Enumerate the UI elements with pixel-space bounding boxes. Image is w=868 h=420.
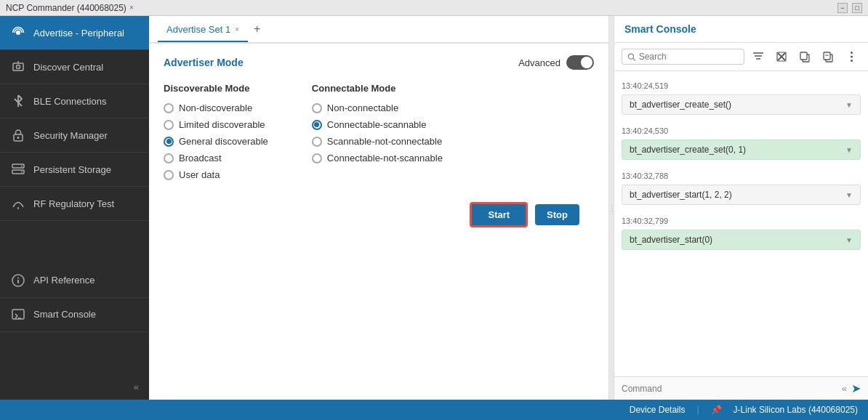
title-close-btn[interactable]: ×	[129, 4, 134, 12]
radio-label-non-connectable: Non-connectable	[327, 102, 398, 113]
radio-scannable-not-connectable[interactable]: Scannable-not-connectable	[312, 136, 443, 147]
tab-advertise-set-1[interactable]: Advertise Set 1 ×	[158, 18, 248, 42]
advanced-toggle-container: Advanced	[518, 55, 594, 70]
sidebar-collapse-btn[interactable]: «	[0, 374, 149, 400]
sidebar-item-discover-central[interactable]: Discover Central	[0, 50, 149, 84]
console-command-2[interactable]: bt_advertiser_create_set(0, 1) ▼	[622, 140, 861, 160]
dropdown-arrow-2[interactable]: ▼	[845, 146, 853, 154]
console-input-row: « ➤	[614, 376, 868, 400]
advanced-toggle[interactable]	[566, 55, 594, 70]
sidebar-label-ble: BLE Connections	[33, 96, 106, 107]
sidebar-item-advertise-peripheral[interactable]: Advertise - Peripheral	[0, 16, 149, 50]
rewind-btn[interactable]: «	[842, 383, 847, 394]
sidebar-label-storage: Persistent Storage	[33, 164, 111, 175]
svg-point-8	[21, 166, 23, 167]
copy2-btn[interactable]	[819, 47, 837, 66]
device-pin-icon: 📌	[711, 405, 722, 415]
action-buttons: Start Stop	[164, 202, 579, 227]
start-button[interactable]: Start	[470, 202, 528, 227]
sidebar-item-api-reference[interactable]: API Reference	[0, 264, 149, 298]
dropdown-arrow-4[interactable]: ▼	[845, 236, 853, 244]
console-command-1[interactable]: bt_advertiser_create_set() ▼	[622, 94, 861, 115]
svg-point-9	[21, 171, 23, 173]
radio-user-data[interactable]: User data	[164, 169, 268, 180]
svg-point-0	[16, 31, 20, 35]
sidebar-item-rf-regulatory[interactable]: RF Regulatory Test	[0, 187, 149, 221]
sidebar-item-security-manager[interactable]: Security Manager	[0, 118, 149, 153]
maximize-btn[interactable]: □	[852, 3, 862, 13]
app-title: NCP Commander (440068025)	[6, 3, 126, 13]
clear-console-btn[interactable]	[772, 47, 791, 66]
timestamp-3: 13:40:32,788	[622, 171, 861, 180]
radio-label-general: General discoverable	[179, 136, 268, 147]
radio-label-limited: Limited discoverable	[179, 119, 265, 130]
sidebar-label-advertise: Advertise - Peripheral	[33, 28, 124, 39]
svg-point-5	[17, 137, 20, 139]
discover-icon	[10, 59, 26, 75]
radio-circle-non-connectable	[312, 103, 322, 113]
copy-btn[interactable]	[795, 47, 814, 66]
rf-icon	[10, 195, 26, 211]
lock-icon	[10, 127, 26, 143]
radio-non-connectable[interactable]: Non-connectable	[312, 102, 443, 113]
storage-icon	[10, 161, 26, 177]
timestamp-4: 13:40:32,799	[622, 217, 861, 225]
radio-label-broadcast: Broadcast	[179, 153, 222, 163]
send-btn[interactable]: ➤	[851, 381, 861, 395]
timestamp-2: 13:40:24,530	[622, 126, 861, 135]
discoverable-mode-group: Discoverable Mode Non-discoverable Limit…	[164, 83, 268, 180]
command-row-4: bt_advertiser_start(0) ▼	[622, 230, 861, 250]
stop-button[interactable]: Stop	[535, 204, 579, 225]
window-controls: − □	[837, 3, 862, 13]
radio-connectable-not-scannable[interactable]: Connectable-not-scannable	[312, 153, 443, 163]
device-details-label[interactable]: Device Details	[630, 405, 686, 415]
sidebar-label-api: API Reference	[33, 275, 95, 286]
advertiser-mode-header: Advertiser Mode Advanced	[164, 55, 594, 70]
discoverable-title: Discoverable Mode	[164, 83, 268, 94]
radio-circle-scannable-not	[312, 137, 322, 147]
radio-circle-limited	[164, 120, 174, 130]
radio-circle-connectable-scannable	[312, 120, 322, 130]
minimize-btn[interactable]: −	[837, 3, 848, 13]
filter-lines-btn[interactable]	[749, 47, 768, 66]
console-command-4[interactable]: bt_advertiser_start(0) ▼	[622, 230, 861, 250]
tab-add-btn[interactable]: +	[254, 23, 260, 36]
command-input[interactable]	[622, 384, 837, 394]
svg-rect-1	[13, 63, 23, 70]
radio-circle-broadcast	[164, 153, 174, 163]
radio-circle-general	[164, 137, 174, 147]
broadcast-icon	[10, 25, 26, 41]
sidebar-item-persistent-storage[interactable]: Persistent Storage	[0, 153, 149, 187]
console-search-input[interactable]	[639, 52, 739, 62]
smart-console-panel: Smart Console	[614, 16, 868, 400]
smart-console-title: Smart Console	[614, 16, 868, 43]
radio-connectable-scannable[interactable]: Connectable-scannable	[312, 119, 443, 130]
radio-broadcast[interactable]: Broadcast	[164, 153, 268, 163]
svg-rect-14	[12, 310, 24, 319]
tab-close-btn[interactable]: ×	[235, 25, 239, 33]
radio-non-discoverable[interactable]: Non-discoverable	[164, 102, 268, 113]
dropdown-arrow-3[interactable]: ▼	[845, 191, 853, 199]
content-area: Advertiser Mode Advanced Discoverable Mo…	[149, 44, 608, 400]
console-command-3[interactable]: bt_advertiser_start(1, 2, 2) ▼	[622, 185, 861, 205]
dropdown-arrow-1[interactable]: ▼	[845, 101, 853, 109]
tab-label: Advertise Set 1	[166, 24, 230, 35]
radio-label-connectable-scannable: Connectable-scannable	[327, 119, 427, 130]
sidebar-item-smart-console[interactable]: Smart Console	[0, 298, 149, 332]
svg-rect-26	[800, 52, 807, 60]
advanced-label: Advanced	[518, 57, 560, 68]
radio-general-discoverable[interactable]: General discoverable	[164, 136, 268, 147]
more-options-btn[interactable]	[842, 47, 861, 66]
radio-label-non-discoverable: Non-discoverable	[179, 102, 252, 113]
radio-label-scannable-not: Scannable-not-connectable	[327, 136, 442, 147]
modes-container: Discoverable Mode Non-discoverable Limit…	[164, 83, 594, 180]
status-divider: |	[696, 405, 699, 415]
console-search-box[interactable]	[622, 49, 744, 65]
radio-limited-discoverable[interactable]: Limited discoverable	[164, 119, 268, 130]
svg-point-16	[628, 54, 633, 59]
sidebar-item-ble-connections[interactable]: BLE Connections	[0, 84, 149, 118]
sidebar-label-rf: RF Regulatory Test	[33, 198, 114, 209]
tab-bar: Advertise Set 1 × +	[149, 16, 608, 44]
command-row-1: bt_advertiser_create_set() ▼	[622, 94, 861, 115]
toggle-knob	[581, 57, 592, 68]
